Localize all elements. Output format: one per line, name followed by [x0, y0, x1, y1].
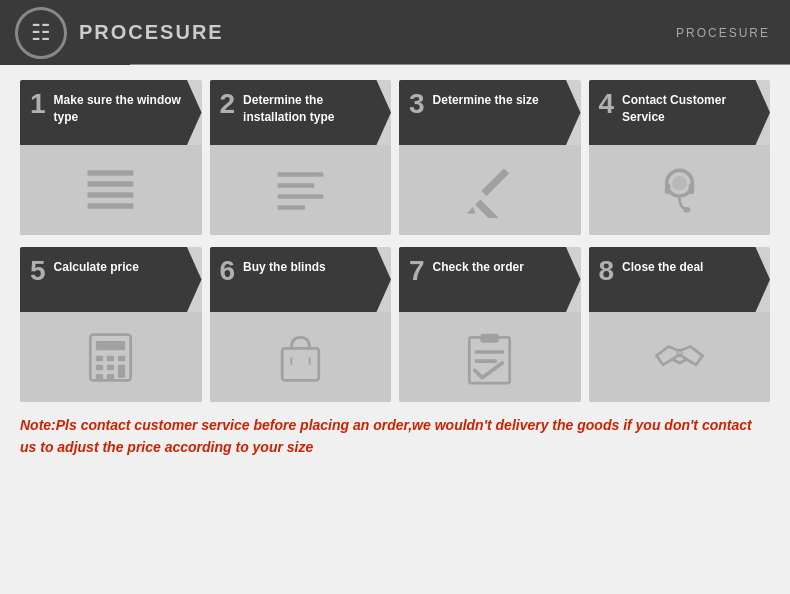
step-card-3: 3 Determine the size [399, 80, 581, 235]
step-card-1: 1 Make sure the window type [20, 80, 202, 235]
svg-rect-19 [107, 355, 114, 361]
svg-rect-22 [107, 364, 114, 370]
step-number-5: 5 [30, 257, 46, 285]
step-title-6: Buy the blinds [243, 257, 326, 276]
svg-rect-21 [96, 364, 103, 370]
step-body-1 [20, 145, 202, 235]
step-card-6: 6 Buy the blinds [210, 247, 392, 402]
step-card-8: 8 Close the deal [589, 247, 771, 402]
lines-icon [273, 163, 328, 218]
step-title-8: Close the deal [622, 257, 703, 276]
svg-rect-17 [96, 341, 125, 350]
step-number-3: 3 [409, 90, 425, 118]
handshake-icon [652, 330, 707, 385]
steps-row-2: 5 Calculate price [20, 247, 770, 402]
svg-rect-3 [88, 203, 134, 209]
steps-row-1: 1 Make sure the window type 2 Determine … [20, 80, 770, 235]
step-card-5: 5 Calculate price [20, 247, 202, 402]
svg-rect-6 [277, 194, 323, 199]
step-number-1: 1 [30, 90, 46, 118]
step-header-1: 1 Make sure the window type [20, 80, 202, 145]
step-header-6: 6 Buy the blinds [210, 247, 392, 312]
step-body-3 [399, 145, 581, 235]
clipboard-icon [462, 330, 517, 385]
logo-text: PROCESURE [79, 21, 224, 44]
svg-marker-9 [467, 207, 476, 213]
tools-icon [462, 163, 517, 218]
step-header-3: 3 Determine the size [399, 80, 581, 145]
headset-icon [652, 163, 707, 218]
svg-rect-20 [118, 355, 125, 361]
step-header-5: 5 Calculate price [20, 247, 202, 312]
svg-rect-31 [475, 350, 504, 354]
note-text: Note:Pls contact customer service before… [20, 414, 770, 459]
svg-rect-7 [277, 205, 305, 210]
svg-rect-14 [688, 183, 694, 194]
svg-rect-32 [475, 359, 497, 363]
svg-point-12 [672, 175, 687, 190]
step-header-7: 7 Check the order [399, 247, 581, 312]
svg-rect-30 [481, 333, 499, 342]
main-content: 1 Make sure the window type 2 Determine … [0, 65, 790, 474]
svg-rect-5 [277, 183, 314, 188]
step-number-6: 6 [220, 257, 236, 285]
step-number-2: 2 [220, 90, 236, 118]
step-body-5 [20, 312, 202, 402]
svg-rect-25 [107, 374, 114, 380]
svg-point-15 [683, 207, 690, 213]
step-body-2 [210, 145, 392, 235]
svg-rect-1 [88, 181, 134, 187]
calculator-icon [83, 330, 138, 385]
svg-rect-10 [482, 168, 510, 196]
logo-circle: ☷ [15, 7, 67, 59]
step-body-7 [399, 312, 581, 402]
step-body-8 [589, 312, 771, 402]
step-title-5: Calculate price [54, 257, 139, 276]
header: ☷ PROCESURE PROCESURE [0, 0, 790, 65]
step-card-7: 7 Check the order [399, 247, 581, 402]
svg-rect-13 [665, 183, 671, 194]
step-title-4: Contact Customer Service [622, 90, 760, 126]
logo-icon: ☷ [31, 20, 51, 46]
step-title-1: Make sure the window type [54, 90, 192, 126]
svg-rect-2 [88, 192, 134, 198]
step-body-6 [210, 312, 392, 402]
step-title-3: Determine the size [433, 90, 539, 109]
header-brand: PROCESURE [676, 26, 770, 40]
svg-rect-8 [475, 199, 498, 217]
step-card-4: 4 Contact Customer Service [589, 80, 771, 235]
step-number-7: 7 [409, 257, 425, 285]
header-line [130, 64, 790, 65]
list-icon [83, 163, 138, 218]
svg-point-33 [676, 349, 683, 356]
step-card-2: 2 Determine the installation type [210, 80, 392, 235]
svg-rect-4 [277, 172, 323, 177]
svg-rect-26 [282, 348, 319, 380]
step-header-4: 4 Contact Customer Service [589, 80, 771, 145]
step-title-7: Check the order [433, 257, 524, 276]
step-header-8: 8 Close the deal [589, 247, 771, 312]
step-body-4 [589, 145, 771, 235]
step-title-2: Determine the installation type [243, 90, 381, 126]
step-number-8: 8 [599, 257, 615, 285]
svg-rect-0 [88, 170, 134, 176]
svg-rect-23 [118, 364, 125, 377]
svg-rect-18 [96, 355, 103, 361]
bag-icon [273, 330, 328, 385]
svg-rect-24 [96, 374, 103, 380]
step-number-4: 4 [599, 90, 615, 118]
step-header-2: 2 Determine the installation type [210, 80, 392, 145]
